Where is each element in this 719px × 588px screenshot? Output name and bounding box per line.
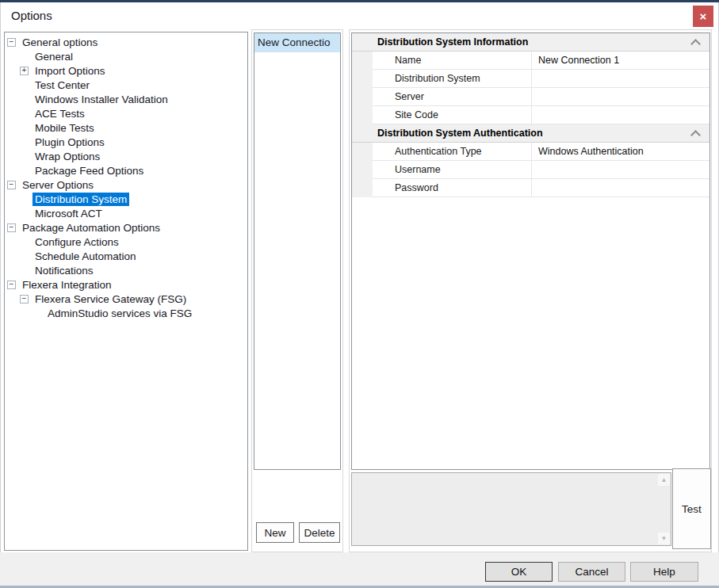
property-row: Authentication Type Windows Authenticati… — [352, 143, 709, 161]
section-header-authentication[interactable]: Distribution System Authentication — [352, 124, 709, 143]
tree-item-label: Flexera Service Gateway (FSG) — [33, 292, 189, 306]
scroll-down-button[interactable]: ▼ — [658, 533, 670, 544]
tree-item[interactable]: Package Feed Options — [5, 163, 247, 178]
tree-item[interactable]: Microsoft ACT — [5, 206, 247, 220]
tree-item[interactable]: ACE Tests — [5, 106, 247, 120]
tree-item-label: Configure Actions — [33, 235, 121, 249]
tree-expander-icon[interactable] — [7, 38, 16, 47]
tree-item-label: Package Automation Options — [20, 221, 163, 235]
tree-item-label: Windows Installer Validation — [33, 93, 170, 106]
property-label: Distribution System — [373, 70, 532, 88]
section-title: Distribution System Authentication — [377, 128, 543, 139]
cancel-button[interactable]: Cancel — [558, 562, 625, 582]
scroll-up-button[interactable]: ▲ — [658, 474, 670, 486]
property-value-field[interactable] — [532, 179, 709, 197]
property-value-field[interactable] — [532, 106, 709, 124]
property-label: Site Code — [373, 106, 532, 124]
property-value-field[interactable]: New Connection 1 — [532, 52, 709, 70]
tree-item[interactable]: AdminStudio services via FSG — [5, 306, 247, 320]
tree-item[interactable]: Mobile Tests — [5, 120, 247, 135]
ok-button[interactable]: OK — [485, 562, 553, 582]
tree-item-label: Wrap Options — [33, 150, 102, 163]
tree-item-label: Microsoft ACT — [33, 207, 105, 220]
options-dialog: Options × General options General Import… — [0, 0, 719, 588]
tree-item-label: Test Center — [33, 78, 92, 92]
tree-item[interactable]: Server Options — [5, 178, 247, 192]
tree-item-label: Package Feed Options — [33, 164, 146, 178]
window-top-border — [0, 0, 719, 2]
tree-item-label: General options — [20, 36, 100, 49]
tree-item[interactable]: General — [5, 49, 247, 63]
tree-item[interactable]: Flexera Service Gateway (FSG) — [5, 292, 247, 306]
property-value-field[interactable] — [532, 88, 709, 106]
down-arrow-icon: ▼ — [661, 535, 667, 542]
property-label: Authentication Type — [373, 143, 532, 161]
property-row: Distribution System — [352, 70, 709, 88]
tree-item[interactable]: Windows Installer Validation — [5, 92, 247, 106]
row-gutter — [352, 179, 373, 197]
property-value-field[interactable]: Windows Authentication — [532, 143, 709, 161]
tree-item[interactable]: Test Center — [5, 78, 247, 92]
property-row: Server — [352, 88, 709, 106]
property-row: Name New Connection 1 — [352, 52, 709, 70]
tree-item[interactable]: Configure Actions — [5, 235, 247, 249]
tree-item[interactable]: Plugin Options — [5, 135, 247, 149]
window-title: Options — [11, 9, 52, 22]
tree-item[interactable]: Import Options — [5, 63, 247, 78]
property-row: Site Code — [352, 106, 709, 124]
property-value-field[interactable] — [532, 70, 709, 88]
tree-item-label: Notifications — [33, 264, 96, 277]
collapse-chevron-icon[interactable] — [690, 130, 701, 140]
dialog-footer: OK Cancel Help — [0, 552, 719, 588]
row-gutter — [352, 106, 373, 124]
tree-item[interactable]: General options — [5, 35, 247, 49]
tree-item-label: Import Options — [33, 64, 108, 78]
section-header-information[interactable]: Distribution System Information — [352, 33, 709, 52]
collapse-chevron-icon[interactable] — [690, 39, 701, 49]
property-row: Username — [352, 161, 709, 179]
tree-item[interactable]: Flexera Integration — [5, 277, 247, 292]
property-value-field[interactable] — [532, 161, 709, 179]
tree-expander-icon[interactable] — [7, 281, 16, 289]
section-title: Distribution System Information — [377, 36, 528, 48]
connection-list-item[interactable]: New Connectio — [254, 33, 340, 52]
row-gutter — [352, 52, 373, 70]
tree-item-label: Schedule Automation — [33, 250, 139, 263]
close-icon: × — [700, 10, 707, 23]
tree-item-label: Distribution System — [33, 193, 129, 206]
property-row: Password — [352, 179, 709, 197]
row-gutter — [352, 161, 373, 179]
tree-item-label: Plugin Options — [33, 136, 107, 149]
tree-expander-icon[interactable] — [20, 295, 29, 304]
tree-item[interactable]: Schedule Automation — [5, 249, 247, 263]
tree-item-label: ACE Tests — [33, 107, 87, 120]
property-label: Name — [373, 52, 532, 70]
tree-item-label: AdminStudio services via FSG — [45, 307, 194, 320]
row-gutter — [352, 70, 373, 88]
delete-connection-button[interactable]: Delete — [299, 522, 340, 543]
tree-item[interactable]: Distribution System — [5, 192, 247, 206]
test-result-scrollbar: ▲ ▼ — [351, 472, 671, 546]
up-arrow-icon: ▲ — [661, 476, 667, 483]
tree-item-label: Mobile Tests — [33, 121, 97, 135]
tree-item-label: Server Options — [20, 178, 96, 192]
property-label: Username — [373, 161, 532, 179]
test-button[interactable]: Test — [672, 468, 711, 549]
tree-item[interactable]: Package Automation Options — [5, 220, 247, 235]
property-label: Server — [373, 88, 532, 106]
close-button[interactable]: × — [693, 6, 713, 27]
options-tree: General options General Import Options T… — [4, 32, 248, 551]
connection-list[interactable]: New Connectio — [254, 32, 341, 470]
distribution-system-panel: Distribution System Information Name New… — [349, 29, 712, 552]
tree-item-label: General — [33, 50, 75, 63]
help-button[interactable]: Help — [630, 562, 698, 582]
tree-expander-icon[interactable] — [7, 223, 16, 232]
tree-item[interactable]: Notifications — [5, 263, 247, 277]
property-label: Password — [373, 179, 532, 197]
tree-item[interactable]: Wrap Options — [5, 149, 247, 163]
new-connection-button[interactable]: New — [256, 522, 294, 543]
tree-expander-icon[interactable] — [7, 181, 16, 189]
row-gutter — [352, 88, 373, 106]
connection-list-panel: New Connectio New Delete — [251, 29, 343, 552]
tree-expander-icon[interactable] — [20, 67, 29, 75]
